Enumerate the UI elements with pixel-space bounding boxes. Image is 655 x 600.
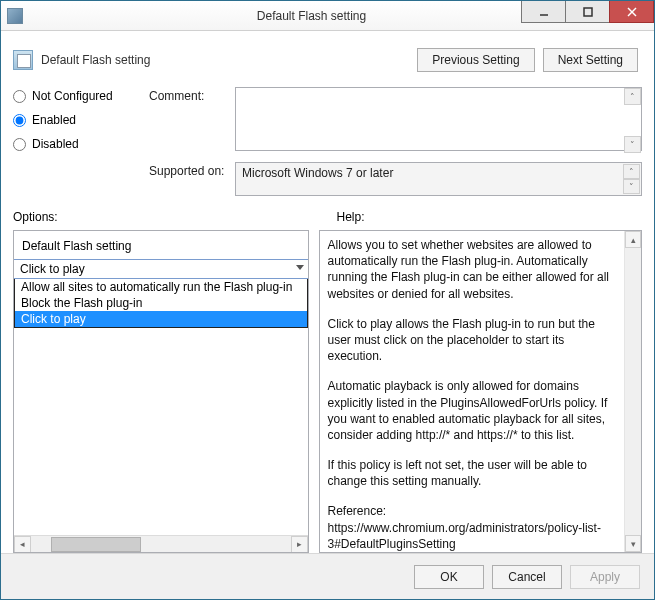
help-text: Reference: https://www.chromium.org/admi… <box>328 503 622 552</box>
supported-on-box: Microsoft Windows 7 or later ˄ ˅ <box>235 162 642 196</box>
scroll-up-icon[interactable]: ˄ <box>624 88 641 105</box>
radio-disabled-input[interactable] <box>13 138 26 151</box>
policy-icon <box>13 50 33 70</box>
help-panel: Allows you to set whether websites are a… <box>319 230 643 553</box>
help-text: Allows you to set whether websites are a… <box>328 237 622 302</box>
comment-label: Comment: <box>149 87 229 103</box>
options-panel-title: Default Flash setting <box>14 237 308 259</box>
scroll-thumb[interactable] <box>51 537 141 552</box>
comment-textarea[interactable] <box>235 87 642 151</box>
svg-rect-1 <box>584 8 592 16</box>
radio-enabled[interactable]: Enabled <box>13 113 143 127</box>
help-label: Help: <box>337 210 643 224</box>
combo-value: Click to play <box>20 262 85 276</box>
scroll-up-icon[interactable]: ▴ <box>625 231 641 248</box>
options-label: Options: <box>13 210 319 224</box>
help-text: If this policy is left not set, the user… <box>328 457 622 489</box>
scroll-down-icon[interactable]: ˅ <box>624 136 641 153</box>
supported-scrollbar[interactable]: ˄ ˅ <box>623 164 640 194</box>
options-panel: Default Flash setting Click to play Allo… <box>13 230 309 553</box>
cancel-button[interactable]: Cancel <box>492 565 562 589</box>
minimize-button[interactable] <box>521 1 566 23</box>
help-vscrollbar[interactable]: ▴ ▾ <box>624 231 641 552</box>
state-radios: Not Configured Enabled Disabled <box>13 87 143 151</box>
next-setting-button[interactable]: Next Setting <box>543 48 638 72</box>
options-hscrollbar[interactable]: ◂ ▸ <box>14 535 308 552</box>
dropdown-option[interactable]: Block the Flash plug-in <box>15 295 307 311</box>
help-text: Click to play allows the Flash plug-in t… <box>328 316 622 365</box>
radio-enabled-label: Enabled <box>32 113 76 127</box>
flash-setting-combo[interactable]: Click to play <box>14 259 308 279</box>
scroll-down-icon[interactable]: ▾ <box>625 535 641 552</box>
scroll-right-icon[interactable]: ▸ <box>291 536 308 553</box>
comment-scrollbar[interactable]: ˄ ˅ <box>624 88 641 153</box>
ok-button[interactable]: OK <box>414 565 484 589</box>
radio-disabled[interactable]: Disabled <box>13 137 143 151</box>
radio-not-configured-label: Not Configured <box>32 89 113 103</box>
dialog-footer: OK Cancel Apply <box>1 553 654 599</box>
radio-not-configured-input[interactable] <box>13 90 26 103</box>
radio-enabled-input[interactable] <box>13 114 26 127</box>
radio-not-configured[interactable]: Not Configured <box>13 89 143 103</box>
scroll-left-icon[interactable]: ◂ <box>14 536 31 553</box>
titlebar[interactable]: Default Flash setting <box>1 1 654 31</box>
close-button[interactable] <box>609 1 654 23</box>
dialog-window: Default Flash setting Default Flash sett… <box>0 0 655 600</box>
dropdown-option[interactable]: Allow all sites to automatically run the… <box>15 279 307 295</box>
supported-on-label: Supported on: <box>149 162 229 178</box>
apply-button[interactable]: Apply <box>570 565 640 589</box>
scroll-down-icon[interactable]: ˅ <box>623 179 640 194</box>
supported-on-text: Microsoft Windows 7 or later <box>242 166 393 180</box>
previous-setting-button[interactable]: Previous Setting <box>417 48 534 72</box>
radio-disabled-label: Disabled <box>32 137 79 151</box>
page-title: Default Flash setting <box>41 53 150 67</box>
maximize-button[interactable] <box>565 1 610 23</box>
scroll-up-icon[interactable]: ˄ <box>623 164 640 179</box>
dropdown-option[interactable]: Click to play <box>15 311 307 327</box>
help-text: Automatic playback is only allowed for d… <box>328 378 622 443</box>
flash-setting-dropdown[interactable]: Allow all sites to automatically run the… <box>14 279 308 328</box>
